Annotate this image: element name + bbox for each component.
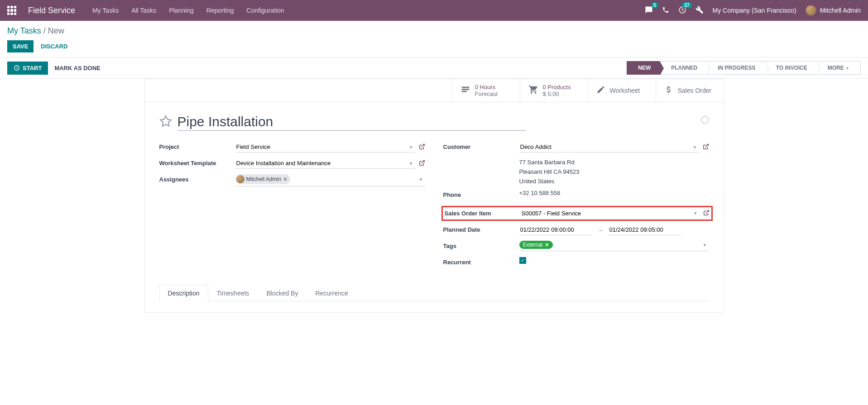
company-name[interactable]: My Company (San Francisco) [713, 7, 796, 14]
stage-bar: NEW PLANNED IN PROGRESS TO INVOICE MORE … [627, 61, 861, 75]
breadcrumb-current: New [48, 26, 64, 35]
tab-blocked-by[interactable]: Blocked By [258, 285, 307, 301]
navbar-right: 5 27 My Company (San Francisco) Mitchell… [645, 5, 861, 16]
recurrent-checkbox[interactable]: ✓ [519, 257, 526, 264]
svg-line-7 [421, 160, 424, 163]
nav-reporting[interactable]: Reporting [206, 7, 234, 14]
svg-line-6 [421, 144, 424, 147]
stage-new[interactable]: NEW [627, 61, 660, 75]
tab-description[interactable]: Description [159, 285, 208, 301]
stat-sales-order[interactable]: Sales Order [656, 79, 724, 102]
form-col-left: Project ▼ Worksheet Template [159, 142, 425, 273]
dollar-icon [664, 85, 673, 96]
tag-external[interactable]: External ✕ [519, 241, 553, 249]
label-assignees: Assignees [159, 174, 235, 183]
form-col-right: Customer ▼ [443, 142, 709, 273]
customer-address: 77 Santa Barbara Rd Pleasant Hill CA 945… [519, 156, 580, 186]
svg-rect-2 [461, 86, 469, 88]
label-customer: Customer [443, 142, 519, 150]
kanban-state-toggle[interactable] [701, 116, 709, 124]
apps-icon[interactable] [7, 6, 16, 15]
label-planned-date: Planned Date [443, 224, 519, 233]
user-name: Mitchell Admin [820, 7, 861, 14]
customer-external-link-icon[interactable] [703, 143, 709, 151]
navbar-left: Field Service My Tasks All Tasks Plannin… [7, 6, 284, 15]
nav-configuration[interactable]: Configuration [246, 7, 284, 14]
assignee-tag[interactable]: Mitchell Admin ✕ [235, 174, 290, 184]
user-avatar-icon [806, 5, 816, 16]
label-recurrent: Recurrent [443, 257, 519, 266]
form-body: Project ▼ Worksheet Template [145, 102, 724, 312]
navbar: Field Service My Tasks All Tasks Plannin… [0, 0, 868, 21]
planned-date-start-input[interactable] [519, 224, 592, 235]
star-icon[interactable] [159, 115, 172, 129]
user-menu[interactable]: Mitchell Admin [806, 5, 861, 16]
stage-to-invoice[interactable]: TO INVOICE [765, 61, 817, 75]
stage-planned[interactable]: PLANNED [660, 61, 707, 75]
task-title-input[interactable] [177, 113, 526, 131]
nav-planning[interactable]: Planning [169, 7, 194, 14]
form-sheet: 0 Hours Forecast 0 Products $ 0.00 Works… [144, 79, 724, 313]
label-sales-order-item: Sales Order Item [445, 208, 521, 217]
debug-icon[interactable] [695, 6, 704, 15]
sales-order-item-external-link-icon[interactable] [703, 210, 710, 217]
mark-as-done-button[interactable]: MARK AS DONE [48, 62, 106, 75]
sales-order-item-row: Sales Order Item ▼ [441, 206, 713, 221]
app-title[interactable]: Field Service [28, 6, 75, 15]
tab-recurrence[interactable]: Recurrence [307, 285, 356, 301]
messages-icon[interactable]: 5 [645, 6, 653, 15]
start-button[interactable]: START [7, 62, 48, 75]
stat-buttons: 0 Hours Forecast 0 Products $ 0.00 Works… [145, 79, 724, 102]
label-phone: Phone [443, 190, 519, 198]
breadcrumb-parent[interactable]: My Tasks [7, 26, 41, 35]
cart-icon [528, 85, 538, 97]
assignee-avatar-icon [236, 175, 245, 183]
sheet-container: 0 Hours Forecast 0 Products $ 0.00 Works… [0, 79, 868, 313]
svg-line-8 [705, 144, 708, 147]
label-project: Project [159, 142, 235, 150]
project-input[interactable] [235, 142, 415, 152]
arrow-right-icon: → [597, 227, 603, 233]
save-button[interactable]: SAVE [7, 40, 34, 52]
stat-products[interactable]: 0 Products $ 0.00 [520, 79, 588, 102]
discard-button[interactable]: DISCARD [35, 40, 73, 52]
label-tags: Tags [443, 241, 519, 249]
control-panel: My Tasks / New SAVE DISCARD [0, 21, 868, 57]
messages-badge: 5 [651, 2, 658, 8]
customer-input[interactable] [519, 142, 699, 152]
label-worksheet-template: Worksheet Template [159, 158, 235, 167]
planned-date-end-input[interactable] [609, 224, 681, 235]
svg-line-9 [705, 210, 708, 213]
stat-worksheet[interactable]: Worksheet [588, 79, 656, 102]
svg-marker-5 [160, 116, 171, 126]
stage-in-progress[interactable]: IN PROGRESS [706, 61, 765, 75]
form-tabs: Description Timesheets Blocked By Recurr… [159, 284, 709, 301]
nav-all-tasks[interactable]: All Tasks [131, 7, 156, 14]
nav-my-tasks[interactable]: My Tasks [92, 7, 119, 14]
activities-icon[interactable]: 27 [678, 6, 686, 15]
caret-down-icon: ▼ [845, 66, 849, 71]
form-columns: Project ▼ Worksheet Template [159, 142, 709, 273]
tab-timesheets[interactable]: Timesheets [208, 285, 258, 301]
title-row [159, 113, 709, 131]
worksheet-template-input[interactable] [235, 158, 415, 169]
stat-hours[interactable]: 0 Hours Forecast [452, 79, 520, 102]
svg-rect-4 [461, 91, 466, 92]
project-external-link-icon[interactable] [419, 143, 425, 151]
caret-down-icon: ▼ [703, 243, 707, 248]
pencil-icon [596, 85, 605, 96]
breadcrumb: My Tasks / New [7, 26, 861, 36]
phone-icon[interactable] [662, 6, 669, 15]
svg-rect-3 [461, 89, 469, 90]
activities-badge: 27 [682, 2, 691, 8]
stage-more[interactable]: MORE ▼ [816, 61, 861, 75]
tag-remove-icon[interactable]: ✕ [545, 242, 549, 248]
status-bar: START MARK AS DONE NEW PLANNED IN PROGRE… [0, 57, 868, 79]
worksheet-template-external-link-icon[interactable] [419, 160, 425, 167]
caret-down-icon: ▼ [419, 177, 423, 182]
assignee-remove-icon[interactable]: ✕ [283, 176, 288, 182]
sales-order-item-input[interactable] [521, 208, 700, 219]
nav-menu: My Tasks All Tasks Planning Reporting Co… [92, 7, 284, 14]
timesheet-icon [460, 85, 470, 97]
status-left: START MARK AS DONE [7, 62, 107, 75]
